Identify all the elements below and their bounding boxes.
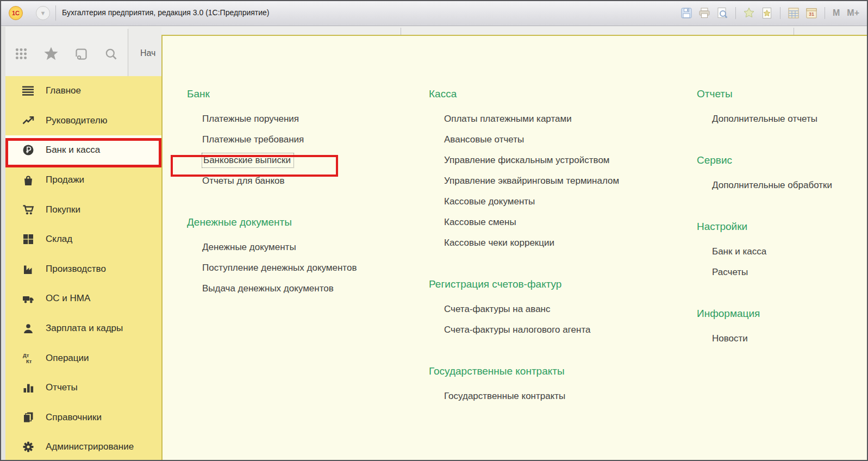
trend-icon	[22, 115, 35, 126]
tab-separator	[794, 28, 794, 35]
favorites-star-icon[interactable]	[742, 7, 755, 20]
print-preview-icon[interactable]	[716, 7, 729, 20]
tab-start-page[interactable]: Нач	[128, 27, 161, 76]
calendar-icon[interactable]: 31	[805, 7, 818, 20]
section-title: Банк	[187, 88, 415, 101]
menu-item-dopolnitelnye-otchety[interactable]: Дополнительные отчеты	[697, 109, 860, 129]
panel-column-1: Банк Платежные поручения Платежные требо…	[187, 36, 415, 299]
menu-item-scheta-faktury-na-avans[interactable]: Счета-фактуры на аванс	[429, 299, 679, 320]
app-logo-icon[interactable]: 1С	[9, 6, 23, 20]
bookmark-page-icon[interactable]	[760, 7, 773, 20]
panel-column-3: Отчеты Дополнительные отчеты Сервис Допо…	[697, 36, 860, 349]
catalog-pages-icon	[22, 412, 35, 423]
menu-item-kassovye-cheki-korrekcii[interactable]: Кассовые чеки коррекции	[429, 233, 679, 253]
truck-icon	[22, 294, 35, 304]
toolbar-separator	[780, 7, 780, 19]
section-informaciya: Информация Новости	[697, 308, 860, 349]
menu-item-raschety[interactable]: Расчеты	[697, 262, 860, 283]
menu-item-scheta-faktury-nalogovogo-agenta[interactable]: Счета-фактуры налогового агента	[429, 320, 679, 340]
sections-sidebar: Главное Руководителю Банк и касса	[5, 76, 161, 460]
menu-item-novosti[interactable]: Новости	[697, 328, 860, 349]
memory-store-button[interactable]: M	[832, 8, 841, 18]
sidebar-item-spravochniki[interactable]: Справочники	[5, 403, 161, 433]
menu-item-bank-i-kassa-settings[interactable]: Банк и касса	[697, 241, 860, 262]
titlebar-separator	[55, 5, 56, 21]
section-title: Регистрация счетов-фактур	[429, 278, 679, 291]
boxes-icon	[22, 234, 35, 245]
section-title: Сервис	[697, 154, 860, 167]
section-nastroyki: Настройки Банк и касса Расчеты	[697, 221, 860, 283]
history-icon[interactable]	[74, 47, 89, 61]
menu-item-kassovye-dokumenty[interactable]: Кассовые документы	[429, 191, 679, 212]
sidebar-item-os-i-nma[interactable]: ОС и НМА	[5, 284, 161, 314]
menu-lines-icon	[22, 85, 35, 96]
print-icon[interactable]	[698, 7, 711, 20]
ruble-icon	[22, 144, 35, 156]
toolbar-separator	[735, 7, 736, 19]
section-denezhnye-dokumenty: Денежные документы Денежные документы По…	[187, 216, 415, 299]
section-otchety: Отчеты Дополнительные отчеты	[697, 88, 860, 129]
menu-item-oplaty-platezhnymi-kartami[interactable]: Оплаты платежными картами	[429, 109, 679, 129]
gear-icon	[22, 441, 35, 453]
sidebar-item-label: Руководителю	[46, 115, 107, 126]
save-icon[interactable]	[680, 7, 693, 20]
menu-item-gosudarstvennye-kontrakty[interactable]: Государственные контракты	[429, 386, 679, 407]
sidebar-item-zarplata-i-kadry[interactable]: Зарплата и кадры	[5, 314, 161, 344]
sidebar-item-otchety[interactable]: Отчеты	[5, 373, 161, 403]
menu-item-upravlenie-ekvayringovym-terminalom[interactable]: Управление эквайринговым терминалом	[429, 171, 679, 191]
panel-toolbar: Нач	[1, 27, 161, 76]
menu-item-platezhnye-porucheniya[interactable]: Платежные поручения	[187, 109, 415, 129]
sidebar-item-label: Продажи	[46, 175, 84, 185]
section-title: Касса	[429, 88, 679, 101]
tab-separator	[401, 28, 401, 35]
svg-text:Дт: Дт	[23, 352, 29, 358]
menu-item-vydacha-denezhnyh-dokumentov[interactable]: Выдача денежных документов	[187, 278, 415, 299]
sidebar-item-proizvodstvo[interactable]: Производство	[5, 254, 161, 284]
all-functions-grid-icon[interactable]	[14, 47, 28, 61]
menu-item-postuplenie-denezhnyh-dokumentov[interactable]: Поступление денежных документов	[187, 258, 415, 278]
menu-item-platezhnye-trebovaniya[interactable]: Платежные требования	[187, 129, 415, 150]
menu-item-denezhnye-dokumenty[interactable]: Денежные документы	[187, 237, 415, 258]
sidebar-item-glavnoe[interactable]: Главное	[5, 76, 161, 106]
section-kassa: Касса Оплаты платежными картами Авансовы…	[429, 88, 679, 253]
panel-column-2: Касса Оплаты платежными картами Авансовы…	[429, 36, 679, 407]
menu-item-dopolnitelnye-obrabotki[interactable]: Дополнительные обработки	[697, 175, 860, 196]
sidebar-item-pokupki[interactable]: Покупки	[5, 195, 161, 225]
sidebar-item-administrirovanie[interactable]: Администрирование	[5, 432, 161, 461]
section-servis: Сервис Дополнительные обработки	[697, 154, 860, 196]
bar-chart-icon	[22, 382, 35, 393]
sidebar-item-label: Склад	[46, 234, 72, 245]
sidebar-item-label: ОС и НМА	[46, 293, 90, 304]
search-icon[interactable]	[104, 47, 118, 61]
factory-icon	[22, 264, 35, 275]
sidebar-item-rukovoditelyu[interactable]: Руководителю	[5, 106, 161, 136]
debit-credit-icon: Дт Кт	[22, 352, 35, 364]
sidebar-item-prodazhi[interactable]: Продажи	[5, 165, 161, 195]
title-bar: 1С ▼ Бухгалтерия предприятия, редакция 3…	[1, 1, 867, 26]
section-title: Настройки	[697, 221, 860, 234]
menu-item-kassovye-smeny[interactable]: Кассовые смены	[429, 212, 679, 233]
focused-item-outline: Банковские выписки	[202, 153, 294, 167]
system-menu-chevron-icon[interactable]: ▼	[36, 6, 50, 20]
sidebar-item-operacii[interactable]: Дт Кт Операции	[5, 343, 161, 373]
memory-add-button[interactable]: M+	[846, 8, 860, 18]
svg-text:Кт: Кт	[26, 358, 32, 364]
menu-item-upravlenie-fiskalnym-ustroystvom[interactable]: Управление фискальным устройством	[429, 150, 679, 171]
menu-item-otchety-dlya-bankov[interactable]: Отчеты для банков	[187, 171, 415, 191]
sidebar-item-label: Администрирование	[46, 441, 134, 452]
sidebar-item-label: Отчеты	[46, 382, 78, 393]
window-frame-strip	[1, 27, 5, 460]
sidebar-item-label: Производство	[46, 264, 106, 275]
app-window: 1С ▼ Бухгалтерия предприятия, редакция 3…	[0, 0, 868, 461]
calculator-icon[interactable]	[787, 7, 800, 20]
shopping-cart-icon	[22, 204, 35, 215]
window-title: Бухгалтерия предприятия, редакция 3.0 (1…	[62, 8, 270, 17]
favorites-icon[interactable]	[43, 46, 59, 61]
section-gosudarstvennye-kontrakty: Государственные контракты Государственны…	[429, 365, 679, 407]
sidebar-item-bank-i-kassa[interactable]: Банк и касса	[5, 135, 161, 165]
menu-item-avansovye-otchety[interactable]: Авансовые отчеты	[429, 129, 679, 150]
menu-item-bankovskie-vypiski[interactable]: Банковские выписки	[187, 150, 415, 171]
section-title: Денежные документы	[187, 216, 415, 229]
sidebar-item-sklad[interactable]: Склад	[5, 225, 161, 254]
shopping-bag-icon	[22, 175, 35, 186]
